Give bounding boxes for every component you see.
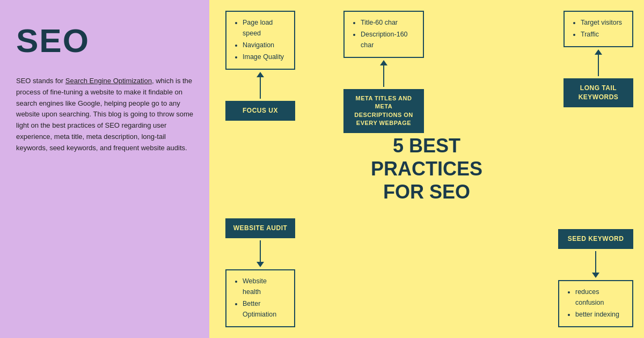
center-title: 5 BEST PRACTICES FOR SEO — [352, 134, 502, 204]
page-title: SEO — [16, 21, 193, 60]
diagram-container: 5 BEST PRACTICES FOR SEO Page load speed… — [209, 0, 644, 338]
seed-keyword-bullet-2: better indexing — [575, 309, 625, 320]
long-tail-details-box: Target visitors Traffic — [564, 11, 633, 47]
left-panel: SEO SEO stands for Search Engine Optimiz… — [0, 0, 209, 338]
long-tail-bullet-1: Target visitors — [581, 17, 625, 28]
meta-arrow — [380, 60, 387, 87]
cluster-website-audit: WEBSITE AUDIT Website health Better Opti… — [225, 218, 295, 327]
cluster-focus-ux: Page load speed Navigation Image Quality… — [225, 11, 295, 121]
seo-link[interactable]: Search Engine Optimization — [65, 77, 152, 85]
website-audit-bullet-1: Website health — [243, 276, 287, 297]
focus-ux-arrow — [257, 72, 264, 99]
seo-description: SEO stands for Search Engine Optimizatio… — [16, 76, 193, 154]
seed-keyword-bullet-1: reduces confusion — [575, 286, 625, 308]
website-audit-bullet-2: Better Optimiation — [243, 298, 287, 320]
cluster-meta: Title-60 char Description-160 char META … — [343, 11, 424, 133]
long-tail-label: LONG TAIL KEYWORDS — [564, 78, 633, 107]
seed-keyword-details-box: reduces confusion better indexing — [558, 280, 633, 327]
website-audit-details-box: Website health Better Optimiation — [225, 269, 295, 327]
seed-keyword-label: SEED KEYWORD — [558, 229, 633, 249]
meta-label: META TITLES AND META DESCRIPTIONS ON EVE… — [343, 89, 424, 133]
focus-ux-bullet-3: Image Quality — [243, 52, 287, 62]
right-panel: 5 BEST PRACTICES FOR SEO Page load speed… — [209, 0, 644, 338]
focus-ux-bullet-1: Page load speed — [243, 17, 287, 39]
website-audit-label: WEBSITE AUDIT — [225, 218, 295, 238]
focus-ux-details-box: Page load speed Navigation Image Quality — [225, 11, 295, 70]
focus-ux-bullet-2: Navigation — [243, 40, 287, 50]
meta-bullet-2: Description-160 char — [361, 29, 415, 50]
seed-keyword-arrow — [592, 251, 599, 278]
meta-bullet-1: Title-60 char — [361, 17, 415, 28]
meta-details-box: Title-60 char Description-160 char — [343, 11, 424, 58]
focus-ux-label: FOCUS UX — [225, 101, 295, 121]
cluster-long-tail: Target visitors Traffic LONG TAIL KEYWOR… — [564, 11, 633, 107]
long-tail-bullet-2: Traffic — [581, 29, 625, 40]
website-audit-arrow — [257, 240, 264, 267]
cluster-seed-keyword: SEED KEYWORD reduces confusion better in… — [558, 229, 633, 327]
long-tail-arrow — [595, 49, 602, 76]
